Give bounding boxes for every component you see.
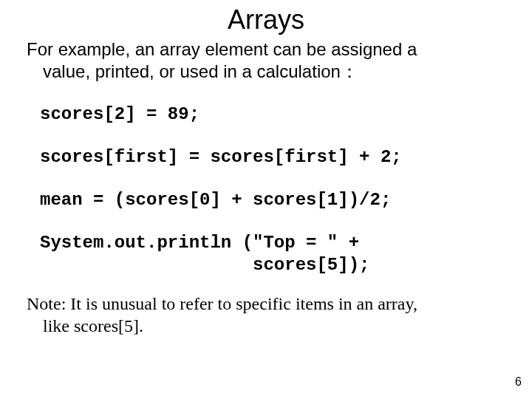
code-line-2: scores[first] = scores[first] + 2;	[40, 146, 505, 168]
intro-paragraph: For example, an array element can be ass…	[27, 38, 505, 83]
slide: Arrays For example, an array element can…	[0, 0, 532, 399]
code-line-4: System.out.println ("Top = " + scores[5]…	[40, 232, 505, 276]
slide-title: Arrays	[27, 4, 505, 35]
intro-line-2: value, printed, or used in a calculation…	[27, 61, 505, 83]
note-line-2: like scores[5].	[27, 315, 505, 337]
code-line-1: scores[2] = 89;	[40, 103, 505, 126]
page-number: 6	[515, 375, 522, 389]
note-line-1: Note: It is unusual to refer to specific…	[27, 294, 417, 313]
intro-line-1: For example, an array element can be ass…	[27, 39, 417, 59]
code-line-3: mean = (scores[0] + scores[1])/2;	[40, 189, 505, 211]
note-paragraph: Note: It is unusual to refer to specific…	[27, 293, 505, 337]
